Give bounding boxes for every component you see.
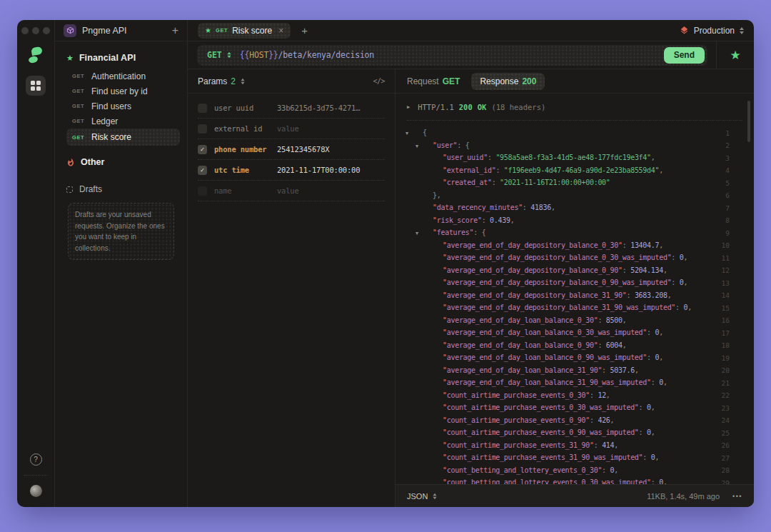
sidebar-item-find-users[interactable]: GETFind users bbox=[66, 99, 180, 114]
send-button[interactable]: Send bbox=[664, 47, 705, 64]
line-number: 3 bbox=[725, 154, 730, 162]
environment-selector[interactable]: Production bbox=[680, 26, 744, 36]
line-number: 6 bbox=[725, 191, 730, 199]
user-avatar[interactable] bbox=[30, 485, 42, 497]
star-icon: ★ bbox=[66, 54, 74, 63]
line-number: 2 bbox=[725, 141, 730, 149]
format-selector[interactable]: JSON bbox=[407, 492, 437, 501]
rail-divider bbox=[24, 475, 47, 476]
collection-label: Financial API bbox=[79, 53, 136, 63]
line-number: 1 bbox=[725, 129, 730, 137]
param-value-field[interactable]: 33b6215d-3d75-4271… bbox=[277, 104, 385, 112]
param-row: external_idvalue bbox=[198, 119, 385, 139]
tab-method: GET bbox=[216, 27, 228, 34]
param-name-field[interactable]: name bbox=[214, 186, 270, 195]
param-checkbox[interactable]: ✓ bbox=[198, 145, 207, 154]
tab-star-icon: ★ bbox=[205, 26, 211, 34]
request-method-badge: GET bbox=[72, 134, 91, 141]
request-label: Ledger bbox=[91, 116, 118, 126]
response-status-badge: 200 bbox=[522, 76, 536, 86]
other-label: Other bbox=[81, 157, 104, 167]
code-line: "average_end_of_day_loan_balance_31_90":… bbox=[395, 365, 754, 378]
flame-icon bbox=[66, 158, 75, 167]
param-value-field[interactable]: value bbox=[277, 124, 385, 133]
sidebar-item-drafts[interactable]: Drafts bbox=[66, 181, 181, 197]
param-name-field[interactable]: user_uuid bbox=[214, 104, 270, 112]
method-selector[interactable]: GET bbox=[207, 50, 222, 60]
param-row: ✓utc_time2021-11-17T00:00:00 bbox=[198, 160, 385, 181]
param-name-field[interactable]: external_id bbox=[214, 124, 270, 133]
request-label: Risk score bbox=[91, 132, 131, 142]
param-checkbox[interactable] bbox=[198, 186, 207, 196]
add-request-button[interactable]: + bbox=[172, 25, 178, 36]
drafts-icon bbox=[66, 186, 73, 193]
code-view-toggle-icon[interactable]: </> bbox=[373, 77, 385, 85]
line-number: 27 bbox=[722, 454, 730, 462]
sidebar-item-risk-score[interactable]: GETRisk score bbox=[66, 129, 180, 146]
line-number: 7 bbox=[725, 204, 730, 212]
code-line: "average_end_of_day_loan_balance_31_90_w… bbox=[395, 377, 754, 390]
code-line: ▼{1 bbox=[395, 127, 754, 140]
sidebar-item-authentication[interactable]: GETAuthentication bbox=[66, 69, 180, 84]
param-row: ✓phone_number25412345678X bbox=[198, 139, 385, 160]
param-value-field[interactable]: value bbox=[277, 186, 385, 195]
window-zoom-button[interactable] bbox=[43, 27, 50, 34]
line-number: 17 bbox=[722, 329, 730, 337]
http-status-reason: OK bbox=[478, 103, 487, 111]
line-number: 22 bbox=[722, 391, 730, 399]
url-bar[interactable]: GET {{HOST}}/beta/kenya/decision Send bbox=[197, 45, 707, 66]
scrollbar-thumb[interactable] bbox=[747, 101, 750, 142]
http-status-code: 200 bbox=[459, 103, 473, 111]
param-name-field[interactable]: phone_number bbox=[214, 145, 270, 154]
desktop: { "colors": { "frame_accent": "#8583d9",… bbox=[0, 0, 771, 532]
tab-response[interactable]: Response200 bbox=[471, 73, 545, 90]
sidebar-item-find-user-by-id[interactable]: GETFind user by id bbox=[66, 84, 180, 99]
favorite-star-icon[interactable]: ★ bbox=[730, 48, 740, 63]
code-line: ▼"user": {2 bbox=[395, 140, 754, 153]
code-line: "average_end_of_day_depository_balance_0… bbox=[395, 265, 754, 278]
tab-close-icon[interactable]: × bbox=[278, 26, 283, 36]
code-line: "average_end_of_day_loan_balance_0_90_wa… bbox=[395, 352, 754, 365]
fold-arrow-icon[interactable]: ▼ bbox=[415, 231, 418, 236]
line-number: 21 bbox=[722, 379, 730, 387]
param-value-field[interactable]: 2021-11-17T00:00:00 bbox=[277, 166, 385, 174]
params-sort-icon[interactable] bbox=[241, 78, 244, 84]
sidebar: Pngme API + ★ Financial API GETAuthentic… bbox=[55, 20, 188, 507]
line-number: 9 bbox=[725, 229, 730, 237]
tab-request[interactable]: RequestGET bbox=[407, 76, 460, 86]
new-tab-button[interactable]: + bbox=[301, 24, 308, 36]
response-footer: JSON 11KB, 1.4s, 49m ago ••• bbox=[395, 484, 754, 507]
param-name-field[interactable]: utc_time bbox=[214, 166, 270, 174]
collapse-arrow-icon[interactable]: ▶ bbox=[407, 104, 410, 110]
sidebar-item-other[interactable]: Other bbox=[66, 153, 181, 171]
line-number: 19 bbox=[722, 354, 730, 362]
window-minimize-button[interactable] bbox=[32, 27, 39, 34]
sidebar-item-ledger[interactable]: GETLedger bbox=[66, 114, 180, 129]
http-status-line: ▶ HTTP/1.1 200 OK (18 headers) bbox=[407, 94, 742, 121]
request-method-badge: GET bbox=[72, 73, 91, 79]
code-line: "user_uuid": "958a5ae8-f3a3-41d5-ae48-17… bbox=[395, 152, 754, 165]
param-checkbox[interactable] bbox=[198, 124, 207, 134]
param-checkbox[interactable]: ✓ bbox=[198, 166, 207, 175]
format-chevron-icon bbox=[433, 493, 437, 499]
sidebar-item-financial-api[interactable]: ★ Financial API bbox=[66, 49, 181, 67]
tab-risk-score[interactable]: ★ GET Risk score × bbox=[198, 23, 291, 39]
param-checkbox[interactable] bbox=[198, 104, 207, 113]
more-options-icon[interactable]: ••• bbox=[732, 493, 742, 500]
window-close-button[interactable] bbox=[21, 27, 29, 34]
response-panel: RequestGET Response200 ▶ HTTP/1.1 200 OK… bbox=[395, 69, 754, 507]
collections-grid-icon[interactable] bbox=[26, 76, 46, 96]
line-number: 8 bbox=[725, 216, 730, 224]
line-number: 26 bbox=[722, 441, 730, 449]
request-method-badge: GET bbox=[72, 118, 91, 124]
code-line: "average_end_of_day_depository_balance_3… bbox=[395, 302, 754, 315]
code-line: "risk_score": 0.439,8 bbox=[395, 215, 754, 228]
fold-arrow-icon[interactable]: ▼ bbox=[415, 144, 418, 149]
url-input[interactable]: {{HOST}}/beta/kenya/decision bbox=[240, 50, 374, 60]
line-number: 13 bbox=[722, 279, 730, 287]
code-line: "count_betting_and_lottery_events_0_30":… bbox=[395, 465, 754, 478]
drafts-hint: Drafts are your unsaved requests. Organi… bbox=[68, 203, 174, 260]
help-icon[interactable]: ? bbox=[30, 453, 42, 466]
fold-arrow-icon[interactable]: ▼ bbox=[405, 131, 408, 136]
param-value-field[interactable]: 25412345678X bbox=[277, 145, 385, 154]
